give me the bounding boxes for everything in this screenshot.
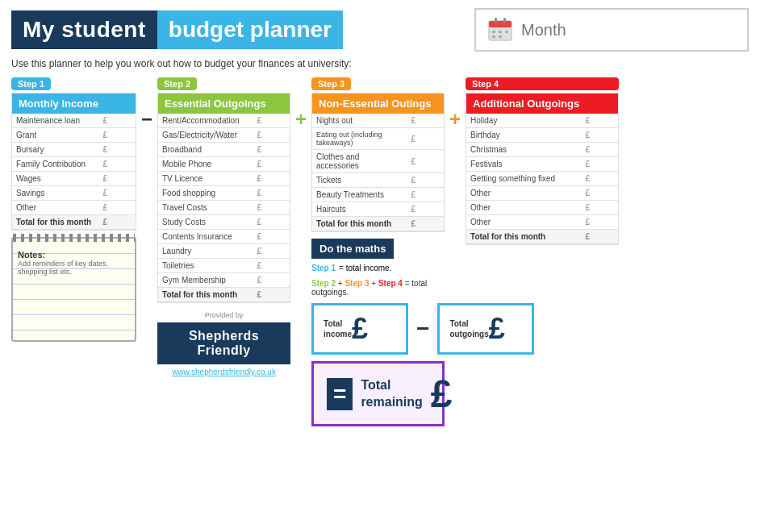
row-value[interactable] (111, 114, 136, 128)
row-value[interactable] (265, 259, 290, 273)
row-label: Mobile Phone (158, 157, 253, 172)
row-value[interactable] (111, 215, 136, 230)
row-pound-symbol: £ (253, 157, 265, 172)
row-pound-symbol: £ (98, 157, 111, 172)
maths-step1-label: Step 1 (311, 264, 336, 272)
table-row: Gas/Electricity/Water £ (158, 128, 290, 143)
row-pound-symbol: £ (581, 215, 594, 230)
row-value[interactable] (265, 215, 290, 230)
main-grid: Step 1 Monthly Income Maintenance loan £… (11, 77, 749, 426)
svg-rect-7 (492, 35, 495, 38)
month-box (474, 8, 749, 52)
row-pound-symbol: £ (581, 128, 594, 143)
row-pound-symbol: £ (253, 273, 265, 288)
row-value[interactable] (265, 244, 290, 259)
row-value[interactable] (420, 114, 444, 128)
step4-table: Holiday £ Birthday £ Christmas £ Festiva… (466, 114, 618, 244)
svg-rect-8 (499, 35, 502, 38)
row-pound-symbol: £ (253, 201, 265, 215)
row-value[interactable] (265, 273, 290, 288)
row-value[interactable] (594, 215, 618, 230)
row-value[interactable] (111, 157, 136, 172)
step1-table: Maintenance loan £ Grant £ Bursary £ Fam… (12, 114, 136, 230)
row-value[interactable] (594, 114, 618, 128)
row-value[interactable] (265, 143, 290, 157)
row-label: Laundry (158, 244, 253, 259)
row-value[interactable] (111, 143, 136, 157)
row-pound-symbol: £ (407, 188, 420, 202)
row-value[interactable] (265, 128, 290, 143)
row-value[interactable] (111, 201, 136, 215)
step3-label: Step 3 (311, 77, 351, 90)
row-value[interactable] (111, 128, 136, 143)
row-label: Holiday (466, 114, 581, 128)
notes-header: Notes: (18, 250, 130, 260)
row-value[interactable] (265, 201, 290, 215)
row-value[interactable] (265, 157, 290, 172)
row-value[interactable] (594, 172, 618, 186)
row-value[interactable] (420, 217, 444, 231)
step3-section: Non-Essential Outings Nights out £ Eatin… (311, 93, 445, 232)
total-outgoings-box: Totaloutgoings £ (437, 303, 534, 355)
row-label: Contents Insurance (158, 230, 253, 244)
row-value[interactable] (594, 128, 618, 143)
title-my-student: My student (11, 10, 157, 49)
row-value[interactable] (420, 173, 444, 188)
step2-header: Essential Outgoings (158, 94, 290, 114)
table-row: TV Licence £ (158, 172, 290, 186)
row-value[interactable] (594, 230, 618, 244)
row-label: Festivals (466, 157, 581, 172)
row-label: Tickets (312, 173, 407, 188)
row-value[interactable] (420, 188, 444, 202)
svg-rect-4 (492, 31, 495, 33)
table-row: Other £ (466, 201, 618, 215)
month-input[interactable] (521, 21, 736, 39)
row-value[interactable] (594, 157, 618, 172)
table-row: Eating out (including takeaways) £ (312, 128, 444, 150)
row-pound-symbol: £ (581, 230, 594, 244)
row-label: Savings (12, 186, 98, 201)
row-label: TV Licence (158, 172, 253, 186)
row-value[interactable] (594, 143, 618, 157)
step1-header: Monthly Income (12, 94, 136, 114)
step1-label: Step 1 (11, 77, 51, 90)
row-value[interactable] (420, 128, 444, 150)
maths-step1-suffix: = total income. (339, 264, 391, 272)
table-row: Festivals £ (466, 157, 618, 172)
row-pound-symbol: £ (253, 288, 265, 302)
table-row: Study Costs £ (158, 215, 290, 230)
row-value[interactable] (594, 186, 618, 201)
row-pound-symbol: £ (98, 128, 111, 143)
table-row: Birthday £ (466, 128, 618, 143)
row-value[interactable] (111, 186, 136, 201)
row-value[interactable] (420, 150, 444, 173)
table-row: Tickets £ (312, 173, 444, 188)
total-remaining-label: Total remaining (361, 377, 422, 411)
row-value[interactable] (265, 114, 290, 128)
row-value[interactable] (265, 186, 290, 201)
row-value[interactable] (594, 201, 618, 215)
row-label: Total for this month (466, 230, 581, 244)
row-value[interactable] (111, 172, 136, 186)
row-value[interactable] (265, 172, 290, 186)
row-label: Wages (12, 172, 98, 186)
page: My student budget planner Use this plann… (0, 0, 760, 532)
row-value[interactable] (265, 288, 290, 302)
total-outgoings-label: Totaloutgoings (449, 318, 488, 339)
row-label: Other (466, 201, 581, 215)
notes-section: Notes: Add reminders of key dates, shopp… (11, 237, 136, 342)
table-row: Contents Insurance £ (158, 230, 290, 244)
row-label: Gas/Electricity/Water (158, 128, 253, 143)
table-row: Broadband £ (158, 143, 290, 157)
row-value[interactable] (265, 230, 290, 244)
total-remaining-pound: £ (431, 372, 453, 416)
row-label: Bursary (12, 143, 98, 157)
shepherds-name: Shepherds Friendly (157, 322, 290, 364)
row-value[interactable] (420, 202, 444, 217)
notes-subtitle: Add reminders of key dates, shopping lis… (18, 260, 130, 276)
total-income-box: Totalincome £ (311, 303, 408, 355)
row-pound-symbol: £ (253, 172, 265, 186)
row-pound-symbol: £ (98, 143, 111, 157)
row-pound-symbol: £ (581, 201, 594, 215)
table-row: Bursary £ (12, 143, 136, 157)
